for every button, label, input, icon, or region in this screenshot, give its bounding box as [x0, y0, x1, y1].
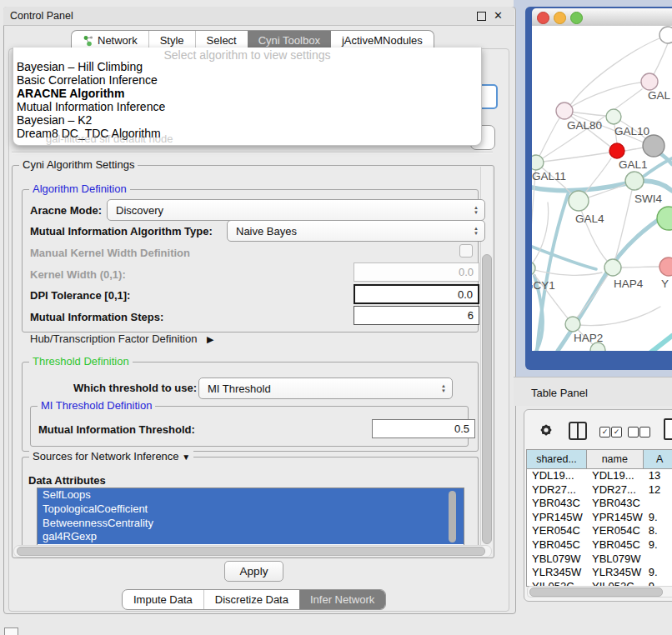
network-node-swi4[interactable]: [625, 172, 644, 190]
corner-widget-icon[interactable]: [4, 628, 18, 635]
table-row[interactable]: YDL19...YDL19...13: [527, 469, 672, 483]
table-panel-titlebar[interactable]: Table Panel: [514, 377, 672, 406]
network-node-hap2[interactable]: [565, 317, 580, 332]
kernel-width-input[interactable]: 0.0: [354, 262, 479, 282]
network-node-hap4[interactable]: [604, 259, 621, 276]
table-panel-title: Table Panel: [531, 387, 588, 399]
document-icon[interactable]: [664, 418, 672, 440]
close-traffic-light-icon[interactable]: [537, 12, 549, 24]
zoom-traffic-light-icon[interactable]: [570, 12, 583, 24]
network-node-gal4[interactable]: [569, 191, 589, 211]
bottom-tab-label: Infer Network: [310, 593, 374, 606]
manual-kernel-checkbox[interactable]: [459, 244, 473, 258]
algorithm-dropdown: Select algorithm to view settings Bayesi…: [13, 48, 482, 146]
attribute-item-topologicalcoefficient[interactable]: TopologicalCoefficient: [38, 502, 464, 517]
data-attributes-label: Data Attributes: [28, 474, 106, 487]
table-cell: YER054C: [527, 524, 587, 538]
network-window-titlebar[interactable]: [532, 8, 672, 27]
column-browser-icon[interactable]: [569, 422, 587, 440]
manual-kernel-label: Manual Kernel Width Definition: [30, 247, 190, 259]
table-body: YDL19...YDL19...13YDR27...YDR27...12YBR0…: [527, 469, 672, 587]
network-edge[interactable]: [532, 247, 596, 269]
node-label: GAL10: [614, 125, 649, 138]
minimize-traffic-light-icon[interactable]: [554, 12, 566, 24]
network-view-canvas[interactable]: GALGAL80GAL10GAL1GAL11SWI4GAL4GCY1HAP4YH…: [532, 26, 672, 351]
table-header-row: shared...nameA: [527, 450, 672, 469]
network-edge[interactable]: [536, 152, 609, 162]
mi-type-value: Naive Bayes: [236, 225, 297, 238]
table-hscrollbar[interactable]: [527, 586, 672, 598]
network-node-gcy1[interactable]: [532, 262, 535, 275]
cyni-settings-title: Cyni Algorithm Settings: [19, 158, 138, 171]
network-canvas-svg[interactable]: GALGAL80GAL10GAL1GAL11SWI4GAL4GCY1HAP4YH…: [532, 26, 672, 351]
settings-hscroll-thumb[interactable]: [17, 547, 485, 556]
bottom-tab-infer-network[interactable]: Infer Network: [299, 590, 385, 609]
bottom-tab-discretize-data[interactable]: Discretize Data: [203, 590, 299, 609]
checked-box-icon[interactable]: ✓: [611, 427, 622, 438]
algorithm-option-mutual-information-inference[interactable]: Mutual Information Inference: [13, 100, 481, 113]
table-row[interactable]: YLR345WYLR345W9.: [527, 566, 672, 580]
stepper-arrows-icon: [441, 378, 446, 398]
network-node[interactable]: [659, 27, 672, 43]
table-row[interactable]: YDR27...YDR27...12: [527, 483, 672, 498]
network-node-gal[interactable]: [641, 73, 658, 90]
column-header-shared[interactable]: shared...: [527, 450, 587, 468]
bottom-tab-impute-data[interactable]: Impute Data: [123, 590, 203, 609]
attribute-item-betweennesscentrality[interactable]: BetweennessCentrality: [38, 517, 464, 531]
column-header-name[interactable]: name: [587, 450, 644, 468]
hub-definition-toggle[interactable]: Hub/Transcription Factor Definition ▶: [30, 332, 213, 345]
algorithm-option-bayesian-k2[interactable]: Bayesian – K2: [13, 113, 481, 127]
network-edge[interactable]: [613, 190, 632, 268]
network-icon: [83, 35, 93, 47]
algorithm-option-aracne-algorithm[interactable]: ARACNE Algorithm: [13, 87, 481, 100]
network-node-gal10[interactable]: [606, 109, 621, 124]
node-label: GAL11: [532, 170, 566, 182]
network-edge[interactable]: [621, 267, 659, 268]
network-node[interactable]: [643, 135, 664, 157]
mi-threshold-input[interactable]: 0.5: [372, 419, 475, 438]
table-row[interactable]: YBL079WYBL079W: [527, 552, 672, 567]
network-node-y[interactable]: [659, 258, 672, 276]
network-edge[interactable]: [532, 202, 549, 268]
expand-right-icon[interactable]: ▶: [207, 334, 213, 344]
collapse-down-icon[interactable]: ▼: [182, 452, 190, 462]
table-row[interactable]: YBR043CYBR043C: [527, 497, 672, 511]
table-cell: 9.: [644, 566, 672, 580]
attribute-item-selfloops[interactable]: SelfLoops: [38, 488, 464, 502]
aracne-mode-select[interactable]: Discovery: [107, 199, 485, 221]
table-row[interactable]: YBR045CYBR045C9.: [527, 538, 672, 552]
table-row[interactable]: YPR145WYPR145W9.: [527, 511, 672, 525]
column-header-a[interactable]: A: [644, 450, 672, 468]
table-cell: [644, 497, 672, 511]
unchecked-box-icon[interactable]: [628, 427, 639, 438]
float-icon[interactable]: [477, 12, 486, 21]
control-panel-titlebar[interactable]: Control Panel ✕: [3, 7, 514, 26]
network-edge[interactable]: [624, 148, 644, 151]
node-label: GAL80: [567, 119, 602, 132]
close-icon[interactable]: ✕: [494, 9, 503, 22]
table-hscroll-thumb[interactable]: [529, 588, 663, 597]
network-node-gal1[interactable]: [609, 143, 624, 158]
dpi-tolerance-input[interactable]: 0.0: [354, 284, 479, 304]
attribute-item-gal4rgexp[interactable]: gal4RGexp: [38, 530, 464, 544]
list-vscroll-thumb[interactable]: [449, 491, 456, 542]
settings-vscroll-thumb[interactable]: [482, 254, 492, 544]
mi-type-select[interactable]: Naive Bayes: [227, 220, 485, 242]
table-row[interactable]: YER054CYER054C8.: [527, 524, 672, 538]
network-node[interactable]: [657, 207, 672, 230]
checked-box-icon[interactable]: ✓: [599, 427, 610, 438]
network-node-gal80[interactable]: [556, 102, 573, 119]
dropdown-items: Bayesian – Hill ClimbingBasic Correlatio…: [13, 60, 481, 140]
algorithm-option-basic-correlation-inference[interactable]: Basic Correlation Inference: [13, 73, 481, 87]
unchecked-box-icon[interactable]: [639, 427, 650, 438]
which-threshold-select[interactable]: MI Threshold: [198, 378, 453, 399]
apply-button[interactable]: Apply: [224, 561, 283, 582]
data-attributes-list[interactable]: SelfLoopsTopologicalCoefficientBetweenne…: [37, 488, 464, 548]
gear-icon[interactable]: [537, 421, 555, 439]
network-node-gal11[interactable]: [532, 155, 544, 170]
kernel-width-label: Kernel Width (0,1):: [30, 268, 126, 281]
algorithm-option-bayesian-hill-climbing[interactable]: Bayesian – Hill Climbing: [13, 60, 481, 73]
mi-steps-input[interactable]: 6: [354, 306, 479, 325]
settings-hscrollbar[interactable]: [13, 545, 492, 558]
network-edge[interactable]: [645, 336, 672, 351]
